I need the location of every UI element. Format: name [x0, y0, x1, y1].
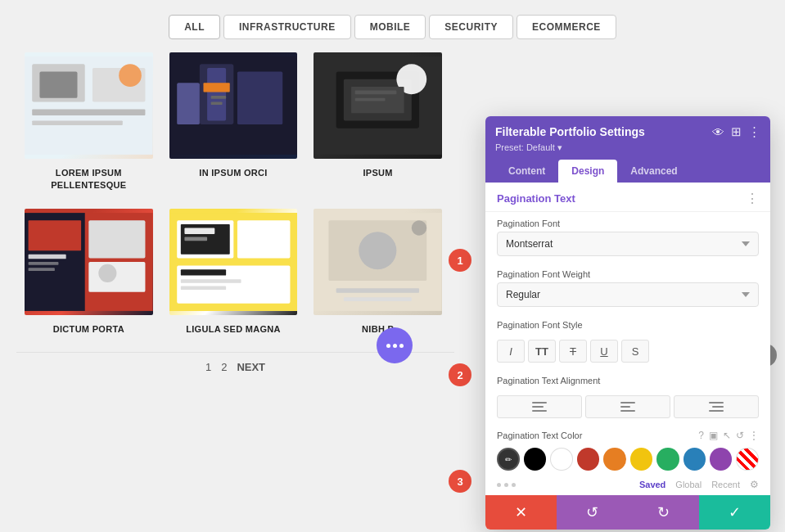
panel-preset[interactable]: Preset: Default ▾ [495, 142, 760, 153]
main-content: LOREM IPSUMPELLENTESQUE IN IPSUM O [0, 52, 785, 381]
align-right-icon [709, 402, 724, 412]
font-select[interactable]: Montserrat [497, 232, 759, 256]
swatch-more-dots [497, 483, 516, 487]
list-item[interactable]: IPSUM [305, 52, 450, 209]
reset-color-icon[interactable]: ↺ [736, 430, 744, 441]
tablet-icon[interactable]: ▣ [709, 430, 718, 441]
more-icon[interactable]: ⋮ [748, 124, 760, 139]
swatch-yellow[interactable] [630, 448, 652, 471]
step-badge-1: 1 [449, 249, 471, 272]
list-item[interactable]: DICTUM PORTA [16, 209, 161, 352]
panel-tabs: Content Design Advanced [495, 160, 760, 183]
alignment-field-group: Pagination Text Alignment [485, 369, 770, 392]
filter-all[interactable]: ALL [169, 15, 220, 39]
swatch-white[interactable] [550, 448, 573, 471]
swatch-orange[interactable] [603, 448, 625, 471]
svg-rect-11 [177, 83, 200, 124]
settings-panel: Filterable Portfolio Settings 👁 ⊞ ⋮ Pres… [485, 116, 770, 530]
dot-3 [512, 483, 516, 487]
font-style-buttons: I TT T U S [485, 336, 770, 369]
tab-advanced[interactable]: Advanced [617, 160, 690, 183]
strikethrough-button[interactable]: S [621, 340, 649, 363]
portfolio-title-2: IN IPSUM ORCI [169, 167, 298, 179]
eye-icon[interactable]: 👁 [712, 125, 724, 139]
font-weight-field-group: Pagination Font Weight Regular [485, 263, 770, 313]
global-tab[interactable]: Global [675, 480, 702, 489]
swatch-edit[interactable]: ✏ [497, 448, 520, 471]
page-2-link[interactable]: 2 [221, 361, 227, 373]
font-label: Pagination Font [497, 219, 759, 228]
color-tabs: Saved Global Recent ⚙ [639, 479, 759, 490]
pointer-icon[interactable]: ↖ [723, 430, 731, 441]
svg-rect-46 [344, 297, 412, 301]
fab-dot-3 [399, 344, 404, 348]
swatch-purple[interactable] [710, 448, 732, 471]
svg-rect-21 [355, 98, 386, 101]
svg-rect-26 [29, 262, 59, 265]
svg-rect-13 [210, 96, 225, 99]
question-icon[interactable]: ? [698, 430, 704, 441]
list-item[interactable]: IN IPSUM ORCI [161, 52, 306, 209]
undo-button[interactable]: ↺ [557, 495, 628, 530]
svg-rect-41 [180, 286, 225, 290]
filter-infrastructure[interactable]: INFRASTRUCTURE [223, 15, 351, 39]
swatch-striped[interactable] [736, 448, 759, 471]
color-gear-icon[interactable]: ⚙ [750, 479, 759, 490]
section-title: Pagination Text [497, 192, 575, 205]
saved-tab[interactable]: Saved [639, 480, 665, 489]
confirm-button[interactable]: ✓ [699, 495, 770, 530]
swatch-blue[interactable] [683, 448, 706, 471]
recent-tab[interactable]: Recent [711, 480, 740, 489]
font-weight-select[interactable]: Regular [497, 282, 759, 307]
list-item[interactable]: LIGULA SED MAGNA [161, 209, 306, 352]
align-center-button[interactable] [585, 395, 670, 418]
redo-button[interactable]: ↻ [628, 495, 699, 530]
filter-mobile[interactable]: MOBILE [354, 15, 426, 39]
svg-rect-4 [32, 120, 123, 125]
portfolio-grid: LOREM IPSUMPELLENTESQUE IN IPSUM O [0, 52, 467, 352]
line-3 [620, 410, 635, 412]
svg-rect-37 [237, 220, 291, 258]
strike-button[interactable]: T [559, 340, 587, 363]
swatch-red[interactable] [577, 448, 599, 471]
next-page-link[interactable]: NEXT [237, 361, 265, 373]
cancel-button[interactable]: ✕ [485, 495, 557, 530]
bold-button[interactable]: TT [528, 340, 556, 363]
panel-header-icons: 👁 ⊞ ⋮ [712, 124, 760, 139]
tab-design[interactable]: Design [558, 160, 617, 183]
panel-header: Filterable Portfolio Settings 👁 ⊞ ⋮ Pres… [485, 116, 770, 183]
list-item[interactable]: NIBH P [305, 209, 450, 352]
line-2 [712, 406, 724, 408]
svg-rect-27 [29, 268, 55, 271]
font-style-field-group: Pagination Font Style [485, 313, 770, 336]
filter-ecommerce[interactable]: ECOMMERCE [517, 15, 616, 39]
svg-rect-6 [39, 72, 77, 98]
list-item[interactable]: LOREM IPSUMPELLENTESQUE [16, 52, 161, 209]
svg-rect-24 [29, 220, 82, 250]
color-section-header: Pagination Text Color ? ▣ ↖ ↺ ⋮ [485, 425, 770, 444]
underline-button[interactable]: U [590, 340, 618, 363]
swatch-green[interactable] [656, 448, 679, 471]
panel-header-top: Filterable Portfolio Settings 👁 ⊞ ⋮ [495, 124, 760, 139]
filter-security[interactable]: SECURITY [429, 15, 513, 39]
align-right-button[interactable] [674, 395, 759, 418]
align-left-button[interactable] [497, 395, 582, 418]
svg-point-44 [359, 232, 397, 269]
align-center-icon [620, 402, 635, 412]
fab-button[interactable] [377, 327, 413, 363]
page-1-link[interactable]: 1 [205, 361, 211, 373]
filter-bar: ALL INFRASTRUCTURE MOBILE SECURITY ECOMM… [0, 0, 785, 52]
svg-rect-12 [203, 83, 229, 92]
portfolio-title-5: LIGULA SED MAGNA [169, 323, 298, 336]
color-more-icon[interactable]: ⋮ [749, 430, 759, 441]
svg-rect-28 [88, 220, 145, 258]
resize-icon[interactable]: ⊞ [731, 124, 742, 139]
italic-button[interactable]: I [497, 340, 525, 363]
svg-rect-40 [180, 279, 241, 283]
tab-content[interactable]: Content [495, 160, 558, 183]
portfolio-title-6: NIBH P [314, 323, 442, 336]
line-3 [709, 410, 724, 412]
section-menu-icon[interactable]: ⋮ [746, 191, 759, 206]
swatch-black[interactable] [524, 448, 546, 471]
portfolio-title-1: LOREM IPSUMPELLENTESQUE [25, 167, 153, 192]
